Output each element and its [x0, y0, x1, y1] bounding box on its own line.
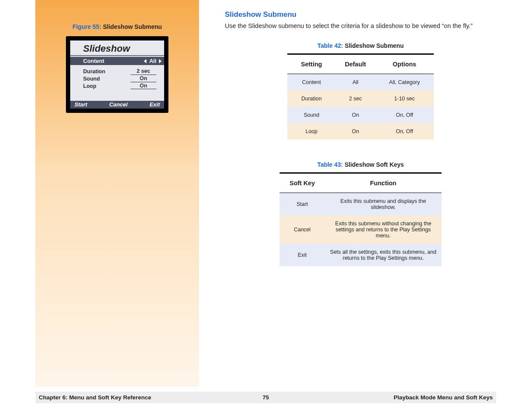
table-cell: Sets all the settings, exits this submen…	[325, 244, 442, 266]
table-cell: Exits this submenu without changing the …	[325, 215, 442, 244]
table-43-header: Function	[325, 173, 442, 193]
table-43-caption: Table 43: Slideshow Soft Keys	[225, 161, 496, 168]
table-cell: 1-10 sec	[375, 90, 434, 107]
table-cell: Exit	[280, 244, 325, 266]
table-42-title: Slideshow Submenu	[345, 42, 404, 49]
table-cell: On	[336, 107, 375, 123]
table-row: Exit Sets all the settings, exits this s…	[280, 244, 442, 266]
figure-title: Slideshow Submenu	[103, 23, 162, 30]
table-row: Duration 2 sec 1-10 sec	[287, 90, 434, 107]
figure-caption: Figure 55: Slideshow Submenu	[35, 23, 199, 30]
lcd-option-label: Loop	[83, 83, 113, 90]
table-row: Loop On On, Off	[287, 123, 434, 140]
table-cell: Content	[287, 74, 336, 91]
lcd-softkey-bar: Start Cancel Exit	[70, 101, 164, 109]
page: Figure 55: Slideshow Submenu Slideshow C…	[35, 0, 496, 411]
lcd-selected-row: Content All	[70, 57, 164, 65]
table-row: Sound On On, Off	[287, 107, 434, 123]
lcd-option-list: Duration 2 sec Sound On Loop On	[70, 65, 164, 89]
table-42-caption: Table 42: Slideshow Submenu	[225, 42, 496, 49]
sidebar: Figure 55: Slideshow Submenu Slideshow C…	[35, 0, 199, 387]
section-intro: Use the Slideshow submenu to select the …	[225, 22, 496, 29]
lcd-option-row: Sound On	[83, 76, 160, 82]
table-43: Soft Key Function Start Exits this subme…	[280, 172, 442, 266]
table-cell: All, Category	[375, 74, 434, 91]
lcd-option-row: Duration 2 sec	[83, 68, 160, 75]
table-cell: On, Off	[375, 107, 434, 123]
lcd-title: Slideshow	[70, 40, 164, 56]
page-footer: Chapter 6: Menu and Soft Key Reference 7…	[35, 392, 496, 403]
table-cell: Loop	[287, 123, 336, 140]
lcd-selected-label: Content	[83, 58, 104, 64]
table-cell: Start	[280, 193, 325, 216]
left-arrow-icon	[144, 59, 146, 63]
table-43-title: Slideshow Soft Keys	[345, 161, 404, 168]
lcd-option-row: Loop On	[83, 83, 160, 90]
right-arrow-icon	[159, 59, 162, 63]
lcd-option-value: On	[131, 83, 156, 90]
footer-page-number: 75	[35, 394, 496, 401]
lcd-option-value: On	[131, 76, 156, 82]
table-cell: Duration	[287, 90, 336, 107]
table-cell: Exits this submenu and displays the slid…	[325, 193, 442, 216]
lcd-selected-value: All	[149, 58, 156, 64]
table-42-header: Options	[375, 54, 434, 74]
lcd-screen: Slideshow Content All Duration 2 sec	[70, 40, 164, 109]
table-42-header: Setting	[287, 54, 336, 74]
table-cell: Sound	[287, 107, 336, 123]
table-row: Start Exits this submenu and displays th…	[280, 193, 442, 216]
main-content: Slideshow Submenu Use the Slideshow subm…	[199, 0, 496, 411]
table-42-label: Table 42:	[317, 42, 343, 49]
lcd-option-value: 2 sec	[131, 68, 156, 75]
figure-label: Figure 55:	[72, 23, 101, 30]
section-heading: Slideshow Submenu	[225, 10, 496, 19]
table-43-header: Soft Key	[280, 173, 325, 193]
table-cell: Cancel	[280, 215, 325, 244]
lcd-softkey-left: Start	[75, 101, 87, 108]
lcd-option-label: Sound	[83, 76, 113, 82]
table-42: Setting Default Options Content All All,…	[287, 53, 434, 140]
table-cell: All	[336, 74, 375, 91]
table-cell: On	[336, 123, 375, 140]
camera-lcd-figure: Slideshow Content All Duration 2 sec	[66, 36, 168, 113]
lcd-softkey-right: Exit	[149, 101, 160, 108]
table-43-label: Table 43:	[317, 161, 343, 168]
table-row: Content All All, Category	[287, 74, 434, 91]
lcd-option-label: Duration	[83, 68, 113, 75]
table-cell: On, Off	[375, 123, 434, 140]
table-cell: 2 sec	[336, 90, 375, 107]
table-42-header: Default	[336, 54, 375, 74]
lcd-softkey-center: Cancel	[109, 101, 128, 108]
table-row: Cancel Exits this submenu without changi…	[280, 215, 442, 244]
